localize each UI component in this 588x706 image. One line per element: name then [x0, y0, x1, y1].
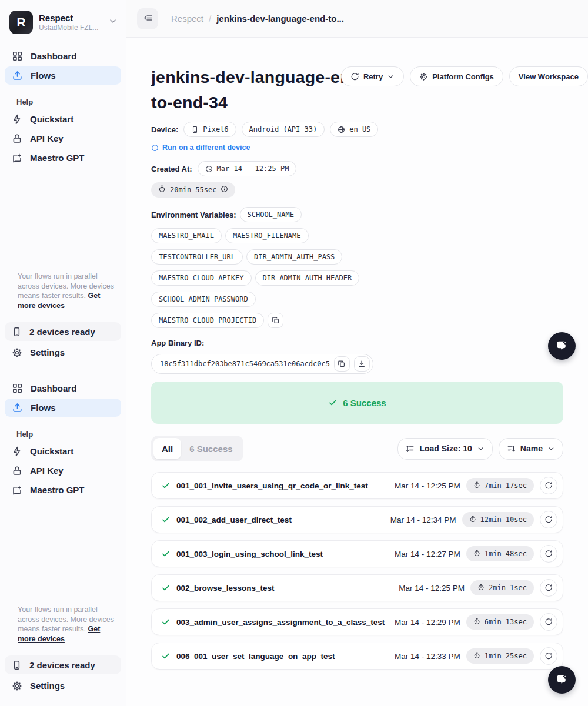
retry-test-button[interactable] [540, 511, 557, 528]
sidebar-item-settings[interactable]: Settings [5, 343, 121, 362]
lightning-icon [12, 446, 22, 457]
chevron-down-icon [477, 445, 485, 453]
chevron-down-icon [547, 445, 555, 453]
stopwatch-icon [473, 550, 480, 558]
chevron-down-icon [108, 16, 118, 28]
stopwatch-icon [469, 516, 476, 524]
device-model-chip: Pixel6 [183, 122, 236, 137]
test-row[interactable]: 002_browse_lessons_test Mar 14 - 12:25 P… [151, 574, 563, 601]
feedback-chat-fab[interactable] [548, 332, 576, 360]
breadcrumb-parent[interactable]: Respect [171, 14, 203, 24]
test-results-list: 001_001_invite_users_using_qr_code_or_li… [151, 472, 563, 670]
test-name: 002_browse_lessons_test [176, 584, 393, 593]
retry-icon [544, 550, 553, 558]
devices-ready-status[interactable]: 2 devices ready [5, 655, 121, 674]
load-size-dropdown[interactable]: Load Size: 10 [397, 438, 492, 460]
created-at-label: Created At: [151, 165, 192, 173]
test-row[interactable]: 003_admin_user_assigns_assignment_to_a_c… [151, 608, 563, 635]
sidebar-item-quickstart[interactable]: Quickstart [5, 442, 121, 460]
retry-test-button[interactable] [540, 613, 557, 631]
collapse-sidebar-button[interactable] [137, 8, 158, 29]
phone-icon [12, 660, 22, 670]
platform-configs-button[interactable]: Platform Configs [410, 66, 503, 86]
created-at-chip: Mar 14 - 12:25 PM [198, 161, 297, 176]
sidebar: R Respect UstadMobile FZL... Dashboard F… [0, 0, 126, 706]
copy-env-vars-button[interactable] [268, 313, 283, 328]
test-row[interactable]: 001_003_login_using_school_link_test Mar… [151, 540, 563, 567]
main-area: Respect / jenkins-dev-language-end-to...… [126, 0, 588, 706]
test-duration-pill: 1min 48sec [466, 546, 534, 561]
test-name: 001_003_login_using_school_link_test [176, 550, 389, 558]
sidebar-item-dashboard[interactable]: Dashboard [5, 379, 121, 397]
test-row[interactable]: 006_001_user_set_language_on_app_test Ma… [151, 643, 563, 670]
view-workspace-button[interactable]: View Workspace [509, 66, 588, 86]
workspace-switcher[interactable]: R Respect UstadMobile FZL... [0, 0, 126, 34]
info-icon [220, 185, 228, 195]
feedback-chat-fab[interactable] [548, 666, 576, 694]
retry-test-button[interactable] [540, 579, 557, 597]
sidebar-item-api-key[interactable]: API Key [5, 129, 121, 148]
sidebar-item-settings[interactable]: Settings [5, 677, 121, 695]
sidebar-item-maestro-gpt[interactable]: Maestro GPT [5, 149, 121, 167]
chevron-down-icon [387, 73, 395, 81]
breadcrumb: Respect / jenkins-dev-language-end-to... [171, 14, 344, 24]
download-binary-button[interactable] [354, 356, 370, 372]
test-row[interactable]: 001_001_invite_users_using_qr_code_or_li… [151, 472, 563, 499]
breadcrumb-separator: / [209, 14, 211, 24]
run-different-device-link[interactable]: Run on a different device [151, 143, 588, 152]
sidebar-item-quickstart[interactable]: Quickstart [5, 110, 121, 128]
test-name: 001_001_invite_users_using_qr_code_or_li… [176, 481, 389, 490]
sidebar-item-flows[interactable]: Flows [5, 399, 121, 417]
stopwatch-icon [473, 481, 480, 490]
sidebar-item-dashboard[interactable]: Dashboard [5, 47, 121, 65]
retry-test-button[interactable] [540, 647, 557, 665]
platform-configs-label: Platform Configs [432, 72, 494, 81]
sort-dropdown[interactable]: Name [499, 438, 563, 460]
retry-test-button[interactable] [540, 545, 557, 563]
test-time: Mar 14 - 12:25 PM [399, 584, 465, 593]
devices-ready-status[interactable]: 2 devices ready [5, 322, 121, 341]
help-section-label: Help [5, 430, 121, 439]
tab-success[interactable]: 6 Success [181, 438, 240, 459]
sidebar-item-flows[interactable]: Flows [5, 66, 121, 85]
clock-icon [205, 165, 213, 173]
sidebar-item-maestro-gpt[interactable]: Maestro GPT [5, 481, 121, 499]
sidebar-item-api-key[interactable]: API Key [5, 461, 121, 480]
sidebar-nav-2: Dashboard Flows Help Quickstart API Key … [0, 379, 126, 499]
test-row[interactable]: 001_002_add_user_direct_test Mar 14 - 12… [151, 506, 563, 533]
phone-icon [12, 327, 22, 337]
sort-label: Name [520, 444, 543, 453]
sidebar-item-label: Flows [31, 403, 56, 413]
chat-plus-icon [12, 153, 22, 163]
success-check-icon [161, 617, 171, 627]
env-var-chip: TESTCONTROLLER_URL [151, 249, 243, 265]
tab-all[interactable]: All [153, 438, 181, 459]
total-duration-row: 20min 55sec [151, 182, 588, 198]
success-check-icon [161, 549, 171, 558]
success-check-icon [161, 515, 171, 524]
retry-icon [544, 481, 553, 490]
filter-tabs: All 6 Success [151, 436, 243, 461]
chat-sparkle-icon [554, 339, 569, 353]
stopwatch-icon [477, 584, 485, 593]
test-time: Mar 14 - 12:33 PM [395, 652, 460, 661]
env-vars-section: Environment Variables: SCHOOL_NAME MAEST… [151, 207, 366, 328]
stopwatch-icon [158, 185, 166, 195]
env-var-chip: SCHOOL_ADMIN_PASSWORD [151, 292, 256, 307]
workspace-logo: R [9, 11, 33, 34]
success-check-icon [161, 651, 171, 661]
device-locale-chip: en_US [330, 122, 378, 137]
retry-button[interactable]: Retry [341, 66, 404, 86]
dashboard-grid-icon [12, 51, 23, 62]
copy-binary-id-button[interactable] [334, 356, 350, 372]
env-var-chip: MAESTRO_CLOUD_PROJECTID [151, 313, 264, 328]
test-duration-pill: 7min 17sec [466, 478, 534, 493]
env-var-chip: MAESTRO_CLOUD_APIKEY [151, 270, 252, 286]
sort-descending-icon [507, 444, 516, 453]
device-label: Device: [151, 125, 178, 134]
success-check-icon [161, 583, 171, 593]
retry-test-button[interactable] [540, 477, 557, 494]
sidebar-item-label: Dashboard [31, 51, 76, 61]
test-time: Mar 14 - 12:29 PM [395, 618, 460, 627]
gear-icon [419, 72, 428, 81]
